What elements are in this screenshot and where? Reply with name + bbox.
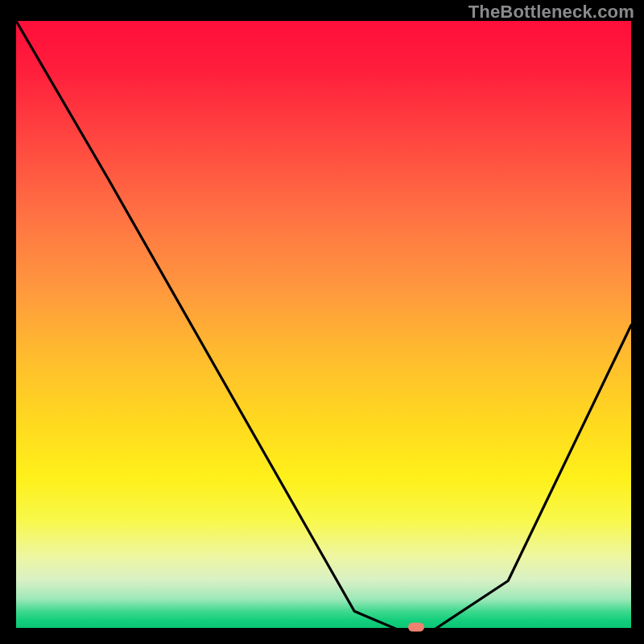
curve-svg <box>16 21 631 630</box>
minimum-marker <box>408 623 424 632</box>
plot-area <box>16 21 631 630</box>
watermark-label: TheBottleneck.com <box>469 2 634 23</box>
chart-frame: TheBottleneck.com <box>0 0 644 644</box>
curve-path <box>16 21 631 630</box>
x-axis-line <box>16 628 631 630</box>
